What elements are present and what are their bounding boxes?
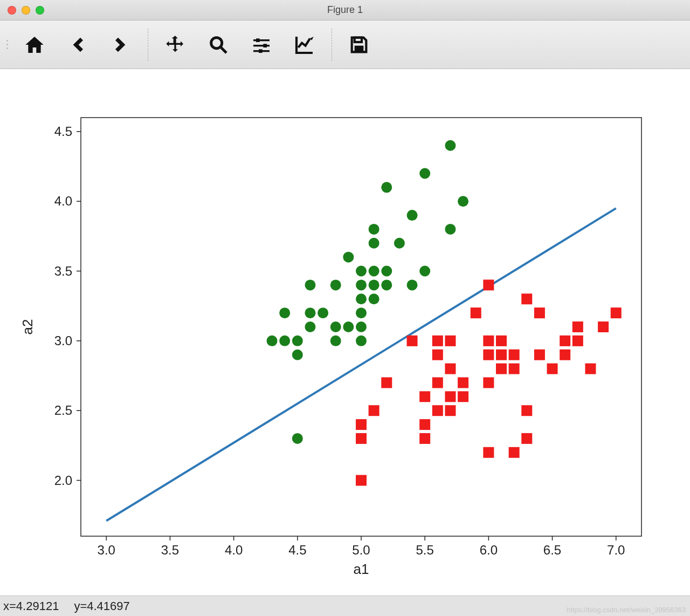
sliders-icon bbox=[251, 34, 272, 56]
titlebar: Figure 1 bbox=[0, 0, 690, 20]
figure-canvas[interactable]: 3.03.54.04.55.05.56.06.57.02.02.53.03.54… bbox=[0, 69, 690, 596]
svg-rect-85 bbox=[407, 336, 418, 346]
svg-point-63 bbox=[369, 266, 380, 277]
svg-text:4.5: 4.5 bbox=[288, 543, 306, 557]
svg-point-76 bbox=[445, 140, 456, 151]
svg-point-51 bbox=[330, 279, 341, 290]
svg-rect-124 bbox=[356, 419, 367, 430]
svg-text:a1: a1 bbox=[354, 561, 369, 577]
svg-rect-103 bbox=[483, 350, 494, 360]
svg-rect-110 bbox=[509, 364, 520, 374]
svg-rect-97 bbox=[458, 377, 468, 388]
svg-rect-109 bbox=[509, 350, 520, 360]
cursor-x: x=4.29121 bbox=[3, 599, 59, 613]
svg-point-53 bbox=[330, 336, 341, 346]
svg-text:6.5: 6.5 bbox=[543, 543, 561, 557]
svg-text:2.5: 2.5 bbox=[54, 403, 72, 417]
minimize-icon[interactable] bbox=[22, 6, 30, 15]
zoom-button[interactable] bbox=[197, 26, 240, 64]
svg-text:6.0: 6.0 bbox=[480, 543, 498, 557]
svg-line-1 bbox=[221, 47, 226, 53]
svg-point-73 bbox=[419, 266, 430, 277]
close-icon[interactable] bbox=[8, 6, 16, 15]
svg-rect-82 bbox=[356, 433, 367, 444]
svg-point-71 bbox=[407, 279, 418, 290]
svg-point-56 bbox=[356, 266, 367, 277]
save-button[interactable] bbox=[337, 26, 381, 64]
svg-rect-94 bbox=[445, 364, 456, 374]
svg-rect-101 bbox=[483, 336, 494, 346]
svg-rect-93 bbox=[445, 391, 456, 402]
svg-rect-89 bbox=[432, 350, 443, 360]
svg-rect-3 bbox=[256, 38, 260, 42]
fullscreen-icon[interactable] bbox=[36, 6, 44, 15]
forward-button[interactable] bbox=[99, 26, 142, 64]
svg-rect-81 bbox=[356, 475, 367, 486]
svg-point-60 bbox=[356, 336, 367, 346]
svg-rect-84 bbox=[381, 377, 392, 388]
svg-point-64 bbox=[369, 293, 380, 304]
svg-rect-7 bbox=[259, 49, 263, 53]
svg-point-79 bbox=[292, 350, 303, 360]
svg-point-52 bbox=[330, 321, 341, 332]
svg-rect-95 bbox=[445, 336, 456, 346]
svg-text:5.0: 5.0 bbox=[352, 543, 370, 557]
svg-text:7.0: 7.0 bbox=[607, 543, 625, 557]
svg-point-62 bbox=[369, 224, 380, 235]
svg-point-65 bbox=[369, 238, 380, 249]
svg-point-46 bbox=[292, 433, 303, 444]
pan-button[interactable] bbox=[154, 26, 197, 64]
svg-point-57 bbox=[356, 293, 367, 304]
svg-text:a2: a2 bbox=[19, 319, 36, 335]
svg-point-66 bbox=[369, 279, 380, 290]
configure-button[interactable] bbox=[240, 26, 283, 64]
svg-rect-100 bbox=[483, 447, 494, 458]
scatter-plot: 3.03.54.04.55.05.56.06.57.02.02.53.03.54… bbox=[0, 69, 690, 596]
svg-point-74 bbox=[419, 168, 430, 179]
save-icon bbox=[348, 34, 370, 56]
svg-rect-108 bbox=[509, 447, 520, 458]
toolbar-separator bbox=[148, 29, 148, 61]
svg-text:3.5: 3.5 bbox=[54, 264, 72, 278]
svg-point-67 bbox=[381, 266, 392, 277]
svg-rect-98 bbox=[458, 391, 468, 402]
axes-button[interactable] bbox=[283, 26, 326, 64]
svg-rect-112 bbox=[521, 433, 532, 444]
home-button[interactable] bbox=[13, 26, 56, 64]
svg-rect-9 bbox=[355, 45, 364, 52]
svg-rect-120 bbox=[572, 321, 583, 332]
svg-rect-119 bbox=[572, 336, 583, 346]
svg-point-44 bbox=[279, 336, 290, 346]
svg-text:5.5: 5.5 bbox=[416, 543, 433, 557]
svg-rect-123 bbox=[611, 307, 622, 318]
svg-point-70 bbox=[394, 238, 405, 249]
back-button[interactable] bbox=[56, 26, 99, 64]
svg-rect-90 bbox=[432, 377, 443, 388]
svg-point-78 bbox=[292, 336, 303, 346]
svg-text:3.5: 3.5 bbox=[161, 543, 179, 557]
svg-text:3.0: 3.0 bbox=[54, 333, 72, 348]
toolbar bbox=[0, 20, 690, 69]
svg-rect-106 bbox=[496, 336, 507, 346]
svg-rect-102 bbox=[483, 377, 494, 388]
cursor-y: y=4.41697 bbox=[74, 599, 129, 613]
svg-text:3.0: 3.0 bbox=[98, 543, 115, 557]
svg-rect-5 bbox=[263, 44, 267, 47]
svg-rect-117 bbox=[560, 336, 570, 346]
svg-point-49 bbox=[305, 321, 315, 332]
svg-rect-118 bbox=[560, 350, 570, 360]
svg-text:2.0: 2.0 bbox=[54, 473, 72, 488]
svg-rect-121 bbox=[585, 364, 596, 374]
svg-rect-113 bbox=[521, 293, 532, 304]
move-icon bbox=[164, 34, 186, 56]
status-bar: x=4.29121 y=4.41697 bbox=[0, 596, 690, 616]
svg-point-72 bbox=[407, 210, 418, 221]
svg-point-80 bbox=[267, 336, 278, 346]
svg-rect-114 bbox=[534, 307, 545, 318]
svg-text:4.5: 4.5 bbox=[54, 124, 72, 139]
toolbar-grip bbox=[4, 40, 10, 49]
svg-rect-96 bbox=[445, 405, 456, 416]
app-window: Figure 1 bbox=[0, 0, 690, 616]
svg-text:4.0: 4.0 bbox=[54, 194, 72, 208]
svg-rect-88 bbox=[419, 433, 430, 444]
